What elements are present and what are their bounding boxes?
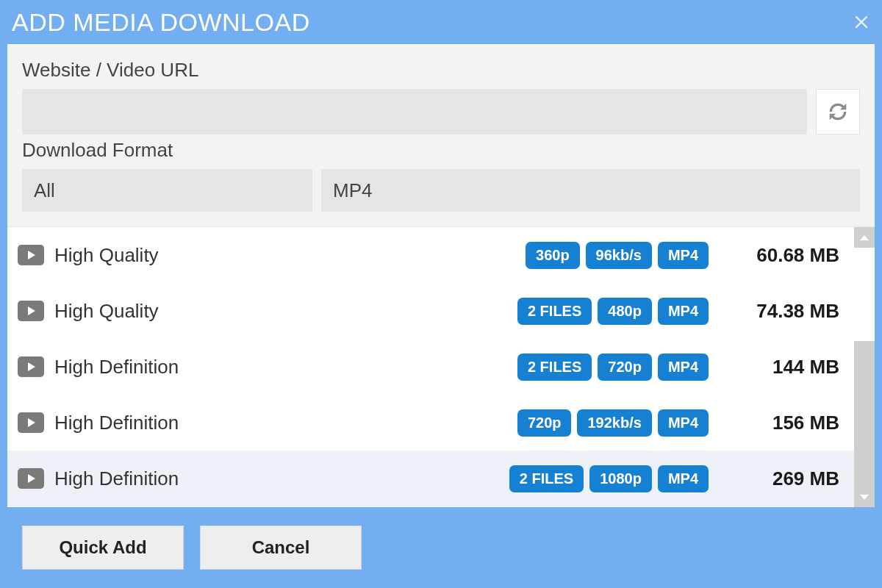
tag: 2 FILES xyxy=(517,354,592,381)
tag: 2 FILES xyxy=(517,298,592,325)
list-item[interactable]: High Quality2 FILES480pMP474.38 MB xyxy=(7,283,854,339)
tag-group: 360p96kb/sMP4 xyxy=(526,242,709,269)
close-icon xyxy=(853,13,870,31)
scroll-thumb[interactable] xyxy=(854,341,875,488)
close-button[interactable] xyxy=(853,13,870,31)
format-type-value: All xyxy=(34,179,55,202)
tag: 360p xyxy=(526,242,580,269)
tag: 480p xyxy=(598,298,652,325)
tag: MP4 xyxy=(658,354,709,381)
dialog-footer: Quick Add Cancel xyxy=(0,507,882,588)
file-size: 144 MB xyxy=(736,356,839,379)
titlebar: ADD MEDIA DOWNLOAD xyxy=(0,0,882,44)
format-container-select[interactable]: MP4 xyxy=(321,169,860,212)
refresh-icon xyxy=(825,99,850,124)
input-panel: Website / Video URL Download Format All … xyxy=(7,44,875,226)
format-type-select[interactable]: All xyxy=(22,169,312,212)
list-item[interactable]: High Definition2 FILES1080pMP4269 MB xyxy=(7,451,854,506)
scroll-up-button[interactable] xyxy=(854,227,875,248)
video-icon xyxy=(18,412,44,433)
video-icon xyxy=(18,301,44,321)
file-size: 269 MB xyxy=(736,467,839,490)
tag: 2 FILES xyxy=(509,465,584,492)
video-icon xyxy=(18,356,44,377)
quick-add-button[interactable]: Quick Add xyxy=(22,526,184,570)
url-label: Website / Video URL xyxy=(22,59,860,82)
format-list: High Quality360p96kb/sMP460.68 MBHigh Qu… xyxy=(7,227,854,507)
file-size: 60.68 MB xyxy=(736,244,839,267)
tag: MP4 xyxy=(658,242,709,269)
file-size: 74.38 MB xyxy=(736,300,839,323)
tag: MP4 xyxy=(658,409,709,437)
list-item-name: High Quality xyxy=(54,244,159,267)
video-icon xyxy=(18,468,44,489)
tag: MP4 xyxy=(658,465,709,492)
file-size: 156 MB xyxy=(736,412,839,434)
format-list-wrap: High Quality360p96kb/sMP460.68 MBHigh Qu… xyxy=(7,226,875,507)
list-item[interactable]: High Definition720p192kb/sMP4156 MB xyxy=(7,395,854,451)
format-label: Download Format xyxy=(22,139,860,162)
scroll-down-button[interactable] xyxy=(854,487,875,507)
chevron-up-icon xyxy=(860,235,869,240)
tag: 192kb/s xyxy=(577,409,651,437)
tag: 1080p xyxy=(589,465,652,492)
tag-group: 2 FILES480pMP4 xyxy=(517,298,709,325)
tag: MP4 xyxy=(658,298,709,325)
add-media-dialog: ADD MEDIA DOWNLOAD Website / Video URL D… xyxy=(0,0,882,588)
chevron-down-icon xyxy=(860,495,869,500)
video-icon xyxy=(18,245,44,265)
tag: 96kb/s xyxy=(586,242,652,269)
list-item-name: High Quality xyxy=(54,300,159,323)
format-container-value: MP4 xyxy=(333,179,372,202)
tag-group: 2 FILES1080pMP4 xyxy=(509,465,709,492)
url-input[interactable] xyxy=(22,89,807,135)
cancel-button[interactable]: Cancel xyxy=(200,526,362,570)
list-item[interactable]: High Definition2 FILES720pMP4144 MB xyxy=(7,339,854,395)
dialog-title: ADD MEDIA DOWNLOAD xyxy=(12,8,310,37)
list-item-name: High Definition xyxy=(54,467,179,490)
tag: 720p xyxy=(598,354,652,381)
list-item[interactable]: High Quality360p96kb/sMP460.68 MB xyxy=(7,227,854,283)
tag-group: 720p192kb/sMP4 xyxy=(517,409,709,437)
tag-group: 2 FILES720pMP4 xyxy=(517,354,709,381)
list-item-name: High Definition xyxy=(54,356,179,379)
tag: 720p xyxy=(517,409,572,437)
refresh-button[interactable] xyxy=(816,89,860,135)
list-item-name: High Definition xyxy=(54,412,179,434)
scrollbar[interactable] xyxy=(854,227,875,507)
